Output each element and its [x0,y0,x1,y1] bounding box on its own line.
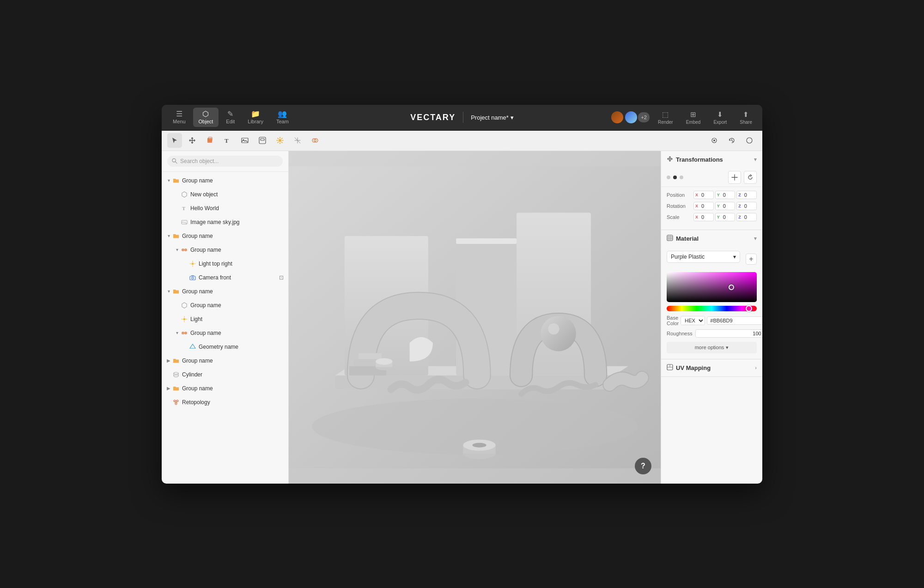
object-button[interactable]: ⬡ Object [193,108,219,127]
tree-item-image[interactable]: Image name sky.jpg [162,215,288,229]
svg-point-13 [172,158,176,162]
help-button[interactable]: ? [635,458,651,474]
camera-options-tool[interactable] [707,133,722,148]
tree-item-light-top[interactable]: Light top right [162,257,288,271]
rotation-y-input[interactable] [720,203,729,209]
library-label: Library [248,119,263,124]
color-picker-area[interactable] [667,272,757,302]
tree-item-light[interactable]: Light [162,312,288,326]
rotation-x-input[interactable] [699,203,707,209]
svg-point-53 [548,323,559,334]
position-z-input[interactable] [742,192,750,198]
expand-icon[interactable]: ▾ [165,288,172,295]
export-button[interactable]: ⬇ Export [709,109,731,127]
more-options-button[interactable]: more options ▾ [667,342,757,353]
embed-button[interactable]: ⊞ Embed [681,109,705,127]
scale-y-input[interactable] [720,214,729,220]
circle-tool[interactable] [742,133,757,148]
rotation-y-wrap[interactable]: Y [715,202,736,210]
transform-tool[interactable] [185,133,200,148]
search-input[interactable] [180,158,278,164]
render-button[interactable]: ⬚ Render [653,109,678,127]
expand-icon[interactable]: ▶ [165,358,172,364]
node-rotate-btn[interactable] [744,171,757,184]
hue-slider[interactable] [667,306,757,311]
focus-icon[interactable]: ⊡ [278,273,285,282]
scale-y-wrap[interactable]: Y [715,213,736,221]
node-move-btn[interactable] [728,171,741,184]
position-x-input[interactable] [699,192,707,198]
expand-icon[interactable]: ▾ [174,330,180,336]
position-x-wrap[interactable]: X [693,191,714,199]
tree-item-group5[interactable]: ▶ Group name [162,382,288,395]
expand-icon[interactable]: ▾ [165,233,172,239]
library-button[interactable]: 📁 Library [242,108,269,127]
edit-button[interactable]: ✎ Edit [220,108,240,127]
roughness-input[interactable] [695,329,762,338]
avatar-count[interactable]: +2 [638,112,650,122]
object-icon [180,190,188,199]
main-content: ▾ Group name 👁 🔒 ⋯ [162,151,762,484]
subdivide-tool[interactable] [290,133,305,148]
object-icon: ⬡ [202,110,209,118]
material-header[interactable]: Material ▾ [661,230,762,247]
share-button[interactable]: ⬆ Share [735,109,757,127]
rotation-z-input[interactable] [742,203,750,209]
tree-item-retopo[interactable]: Retopology [162,395,288,409]
scale-z-input[interactable] [742,214,750,220]
scale-z-wrap[interactable]: Z [736,213,757,221]
node-dot-1[interactable] [667,176,670,179]
boolean-tool[interactable] [308,133,322,148]
expand-icon[interactable]: ▾ [174,247,180,253]
light-tool[interactable] [273,133,287,148]
history-tool[interactable] [724,133,739,148]
scale-x-wrap[interactable]: X [693,213,714,221]
rotation-z-wrap[interactable]: Z [736,202,757,210]
tree-item-geometry[interactable]: Geometry name [162,340,288,354]
add-material-button[interactable]: + [746,254,757,265]
svg-line-14 [176,162,177,163]
select-tool[interactable] [167,133,182,148]
menu-button[interactable]: ☰ Menu [167,108,191,127]
tree-item-group2[interactable]: ▾ Group name [162,229,288,243]
tree-item-group4[interactable]: ▶ Group name [162,354,288,368]
svg-line-41 [176,401,177,403]
position-y-input[interactable] [720,192,729,198]
team-button[interactable]: 👥 Team [271,108,294,127]
tree-item-group-mat2[interactable]: ▾ Group name [162,326,288,340]
color-hex-input[interactable] [707,316,762,325]
node-dot-3[interactable] [680,176,683,179]
cube-tool[interactable] [202,133,217,148]
scene-tool[interactable] [255,133,270,148]
search-bar [162,151,288,172]
color-format-select[interactable]: HEX [681,316,705,325]
text-tool[interactable]: T [220,133,235,148]
tree-item-cylinder[interactable]: Cylinder [162,368,288,382]
y-axis-label: Y [717,204,720,208]
position-y-wrap[interactable]: Y [715,191,736,199]
project-name[interactable]: Project name* ▾ [471,114,514,121]
position-z-wrap[interactable]: Z [736,191,757,199]
node-dot-2[interactable] [673,176,677,179]
transformations-header[interactable]: Transformations ▾ [661,151,762,168]
tree-item-group1[interactable]: ▾ Group name 👁 🔒 ⋯ [162,174,288,188]
scale-x-input[interactable] [699,214,707,220]
tree-item-group3[interactable]: ▾ Group name [162,285,288,298]
rotation-x-wrap[interactable]: X [693,202,714,210]
expand-icon[interactable]: ▾ [165,177,172,184]
image-tool[interactable] [237,133,252,148]
tree-item-group-mat1[interactable]: ▾ Group name [162,243,288,257]
tree-item-newobject[interactable]: New object [162,188,288,201]
uv-mapping-header[interactable]: UV Mapping › [661,359,762,376]
svg-point-34 [174,372,178,374]
material-dropdown[interactable]: Purple Plastic ▾ [667,251,740,263]
search-input-wrap[interactable] [167,156,283,167]
viewport[interactable]: ? [289,151,661,484]
tree-item-helloworld[interactable]: T Hello World [162,201,288,215]
position-inputs: X Y Z [693,191,757,199]
tree-item-camera-front[interactable]: Camera front ⊡ [162,271,288,285]
expand-icon[interactable]: ▶ [165,385,172,392]
svg-rect-51 [456,238,517,243]
tree-item-label: Camera front [199,274,278,281]
tree-item-group-name-sub[interactable]: Group name [162,298,288,312]
